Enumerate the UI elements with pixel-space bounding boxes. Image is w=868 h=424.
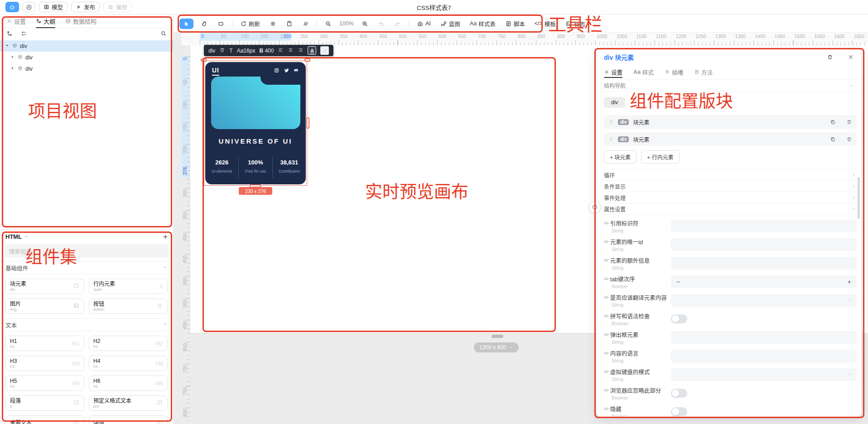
component-card-img[interactable]: 图片img: [5, 299, 84, 314]
align-left-button[interactable]: [278, 47, 284, 54]
stepper-plus-button[interactable]: +: [848, 278, 851, 285]
viewport-size-select[interactable]: 1300 x 600: [474, 342, 519, 352]
tree-search-button[interactable]: [160, 30, 167, 38]
component-card-h1[interactable]: H1h1H1: [5, 336, 84, 351]
script-button[interactable]: 脚本: [503, 18, 527, 29]
stylesheet-button[interactable]: Aa样式表: [468, 18, 497, 29]
scrollbar-thumb[interactable]: [858, 177, 860, 219]
component-card-重要文本[interactable]: 重要文本: [5, 415, 84, 424]
twitter-icon[interactable]: [284, 67, 289, 75]
section-row-事件处理[interactable]: 事件处理: [604, 192, 857, 203]
align-center-button[interactable]: [288, 47, 294, 54]
trash-icon[interactable]: [820, 54, 833, 60]
zoom-in-button[interactable]: [360, 19, 370, 29]
component-section-基础组件[interactable]: 基础组件: [0, 261, 173, 274]
canvas-settings-button[interactable]: [268, 19, 278, 29]
root-element-chip[interactable]: div: [604, 97, 625, 108]
component-card-button[interactable]: 按钮button: [89, 299, 168, 314]
panel-collapse-button[interactable]: [589, 201, 601, 213]
tree-toolbar-list-settings-button[interactable]: [21, 30, 27, 38]
template-button[interactable]: </>模板: [533, 18, 558, 29]
align-right-button[interactable]: [298, 47, 304, 54]
property-input[interactable]: [671, 220, 857, 232]
copy-icon[interactable]: [830, 119, 836, 125]
refresh-button[interactable]: 刷新: [238, 18, 262, 29]
font-size-button[interactable]: Aa16px: [237, 48, 256, 54]
discord-icon[interactable]: [294, 67, 299, 75]
component-card-h2[interactable]: H2h2H2: [89, 336, 168, 351]
inspector-tab-样式[interactable]: Aa样式: [633, 65, 654, 79]
property-select[interactable]: [671, 294, 857, 307]
library-select[interactable]: HTML: [5, 233, 22, 240]
caret-right-icon[interactable]: [10, 66, 15, 72]
trash-icon[interactable]: [846, 136, 852, 142]
caret-down-icon[interactable]: [5, 43, 10, 49]
tree-node[interactable]: div: [0, 52, 173, 63]
drag-handle-icon[interactable]: [608, 136, 614, 142]
drag-handle-icon[interactable]: [608, 119, 614, 125]
tree-node[interactable]: div: [0, 63, 173, 74]
structure-nav-row[interactable]: 结构导航: [597, 79, 861, 92]
发布-button[interactable]: 发布: [71, 2, 100, 12]
caret-right-icon[interactable]: [10, 54, 15, 61]
edit-style-button[interactable]: [320, 46, 329, 55]
property-toggle[interactable]: [671, 314, 687, 323]
add-element-button[interactable]: + 块元素: [604, 150, 637, 164]
text-tool-button[interactable]: T: [229, 48, 232, 54]
property-input[interactable]: [671, 350, 857, 362]
preview-card[interactable]: UI UNIVERSE OF UI 2626UI elements100%Fre…: [205, 62, 306, 184]
tree-toolbar-tree-button[interactable]: [6, 30, 13, 38]
add-element-button[interactable]: + 行内元素: [641, 150, 679, 164]
section-row-条件显示[interactable]: 条件显示: [604, 181, 857, 192]
font-weight-button[interactable]: B 400: [259, 48, 274, 54]
frame-tool[interactable]: [216, 19, 226, 29]
component-card-p[interactable]: 段落p: [5, 395, 84, 411]
child-element-row[interactable]: div块元素: [604, 132, 857, 146]
section-row-循环[interactable]: 循环: [604, 169, 857, 181]
component-card-h5[interactable]: H5h5H5: [5, 376, 84, 391]
component-section-文本[interactable]: 文本: [0, 318, 173, 331]
inspector-tab-插槽[interactable]: 插槽: [665, 65, 683, 79]
pan-tool[interactable]: [199, 19, 210, 29]
add-library-button[interactable]: +: [163, 233, 168, 241]
property-input[interactable]: [671, 238, 857, 251]
canvas-resize-handle[interactable]: [492, 335, 503, 338]
property-stepper[interactable]: −+: [671, 275, 857, 288]
component-card-span[interactable]: 行内元素spanA: [89, 279, 168, 294]
component-card-div[interactable]: 块元素div: [5, 279, 84, 294]
sidebar-tab-数据结构[interactable]: 数据结构: [65, 14, 96, 28]
trash-icon[interactable]: [846, 119, 852, 125]
property-toggle[interactable]: [671, 407, 687, 416]
section-row-属性设置[interactable]: 属性设置: [604, 203, 857, 215]
component-card-h3[interactable]: H3h3H3: [5, 356, 84, 371]
ai-button[interactable]: AI: [415, 19, 433, 29]
trash-icon[interactable]: [219, 47, 225, 54]
property-toggle[interactable]: [671, 389, 687, 398]
text-color-button[interactable]: A: [308, 46, 316, 55]
component-card-h4[interactable]: H4h4H4: [89, 356, 168, 371]
模型-button[interactable]: 模型: [39, 2, 68, 12]
sidebar-tab-大纲[interactable]: 大纲: [36, 14, 55, 28]
sidebar-tab-设置[interactable]: 设置: [6, 14, 26, 28]
inspector-tab-方法[interactable]: 方法: [694, 65, 713, 79]
component-card-h6[interactable]: H6h6H6: [89, 376, 168, 391]
component-card-强调[interactable]: 强调: [89, 415, 168, 424]
stepper-minus-button[interactable]: −: [676, 278, 680, 285]
log-button[interactable]: 日志: [564, 18, 587, 29]
clipboard-button[interactable]: [284, 19, 294, 29]
component-card-pre[interactable]: 预定义格式文本pre: [89, 395, 168, 411]
component-search-input[interactable]: 搜索组件: [5, 244, 169, 258]
instagram-icon[interactable]: [274, 67, 280, 75]
property-input[interactable]: [671, 331, 857, 344]
guides-button[interactable]: [300, 19, 311, 29]
select-tool[interactable]: [179, 19, 193, 29]
blueprint-button[interactable]: 蓝图: [439, 18, 462, 29]
copy-icon[interactable]: [830, 136, 836, 142]
child-element-row[interactable]: div块元素: [604, 115, 857, 129]
close-icon[interactable]: [840, 54, 854, 60]
home-button[interactable]: [5, 2, 19, 12]
property-input[interactable]: [671, 257, 857, 270]
property-select[interactable]: [671, 368, 857, 381]
history-button[interactable]: [23, 2, 35, 12]
inspector-tab-设置[interactable]: 设置: [604, 65, 622, 79]
